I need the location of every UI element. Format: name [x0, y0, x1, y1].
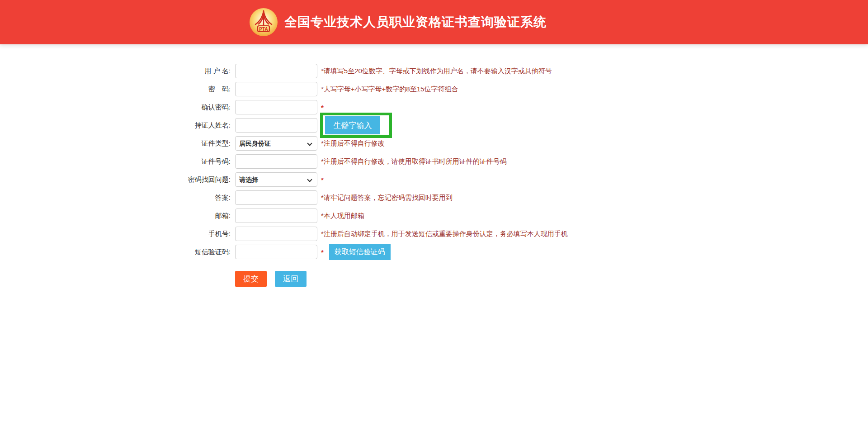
password-input[interactable]: [235, 82, 317, 96]
header-banner: PTA 全国专业技术人员职业资格证书查询验证系统: [0, 0, 868, 44]
form-row-sms-code: 短信验证码:*获取短信验证码: [149, 245, 868, 259]
form-row-password: 密 码:*大写字母+小写字母+数字的8至15位字符组合: [149, 82, 868, 96]
form-row-recovery-question: 密码找回问题:请选择*: [149, 172, 868, 187]
main-content: 用 户 名:*请填写5至20位数字、字母或下划线作为用户名，请不要输入汉字或其他…: [0, 44, 868, 287]
confirm-password-input[interactable]: [235, 100, 317, 114]
email-input[interactable]: [235, 209, 317, 223]
field-label-recovery-question: 密码找回问题:: [149, 175, 231, 184]
highlight-box: 生僻字输入: [320, 113, 392, 138]
form-row-username: 用 户 名:*请填写5至20位数字、字母或下划线作为用户名，请不要输入汉字或其他…: [149, 64, 868, 78]
page-title: 全国专业技术人员职业资格证书查询验证系统: [284, 14, 547, 31]
field-label-username: 用 户 名:: [149, 67, 231, 76]
form-row-confirm-password: 确认密码:*: [149, 100, 868, 114]
id-type-select[interactable]: 居民身份证: [235, 136, 317, 151]
field-hint-username: *请填写5至20位数字、字母或下划线作为用户名，请不要输入汉字或其他符号: [321, 67, 552, 76]
form-row-answer: 答案:*请牢记问题答案，忘记密码需找回时要用到: [149, 190, 868, 205]
field-hint-password: *大写字母+小写字母+数字的8至15位字符组合: [321, 85, 458, 94]
field-hint-email: *本人现用邮箱: [321, 212, 364, 220]
field-hint-mobile: *注册后自动绑定手机，用于发送短信或重要操作身份认定，务必填写本人现用手机: [321, 230, 568, 238]
field-label-id-type: 证件类型:: [149, 139, 231, 148]
field-label-id-number: 证件号码:: [149, 157, 231, 166]
field-hint-id-type: *注册后不得自行修改: [321, 139, 385, 148]
field-label-confirm-password: 确认密码:: [149, 103, 231, 112]
submit-button[interactable]: 提交: [235, 271, 267, 287]
sms-code-input[interactable]: [235, 245, 317, 259]
required-asterisk: *: [321, 176, 324, 184]
header-content: PTA 全国专业技术人员职业资格证书查询验证系统: [249, 8, 547, 37]
form-actions: 提交 返回: [235, 271, 868, 287]
form-row-email: 邮箱:*本人现用邮箱: [149, 209, 868, 223]
field-label-password: 密 码:: [149, 85, 231, 94]
id-number-input[interactable]: [235, 154, 317, 169]
username-input[interactable]: [235, 64, 317, 78]
logo-text: PTA: [259, 27, 268, 32]
field-hint-answer: *请牢记问题答案，忘记密码需找回时要用到: [321, 194, 453, 202]
id-type-select-wrap: 居民身份证: [231, 136, 317, 151]
field-label-sms-code: 短信验证码:: [149, 248, 231, 256]
recovery-question-select[interactable]: 请选择: [235, 172, 317, 187]
field-label-mobile: 手机号:: [149, 230, 231, 238]
page: PTA 全国专业技术人员职业资格证书查询验证系统 用 户 名:*请填写5至20位…: [0, 0, 868, 441]
holder-name-input[interactable]: [235, 118, 317, 133]
back-button[interactable]: 返回: [275, 271, 307, 287]
get-sms-code-button[interactable]: 获取短信验证码: [329, 244, 391, 260]
required-asterisk: *: [321, 104, 324, 111]
form-row-id-type: 证件类型:居民身份证*注册后不得自行修改: [149, 136, 868, 151]
form-row-id-number: 证件号码:*注册后不得自行修改，请使用取得证书时所用证件的证件号码: [149, 154, 868, 169]
mobile-input[interactable]: [235, 227, 317, 241]
field-label-answer: 答案:: [149, 194, 231, 202]
field-label-holder-name: 持证人姓名:: [149, 121, 231, 130]
registration-form: 用 户 名:*请填写5至20位数字、字母或下划线作为用户名，请不要输入汉字或其他…: [149, 64, 868, 259]
required-asterisk: *: [321, 248, 324, 256]
field-hint-id-number: *注册后不得自行修改，请使用取得证书时所用证件的证件号码: [321, 157, 507, 166]
recovery-question-select-wrap: 请选择: [231, 172, 317, 187]
rare-character-input-button[interactable]: 生僻字输入: [325, 116, 380, 134]
field-label-email: 邮箱:: [149, 212, 231, 220]
form-row-holder-name: 持证人姓名:生僻字输入: [149, 118, 868, 133]
pta-logo-icon: PTA: [249, 8, 278, 37]
form-row-mobile: 手机号:*注册后自动绑定手机，用于发送短信或重要操作身份认定，务必填写本人现用手…: [149, 227, 868, 241]
answer-input[interactable]: [235, 190, 317, 205]
